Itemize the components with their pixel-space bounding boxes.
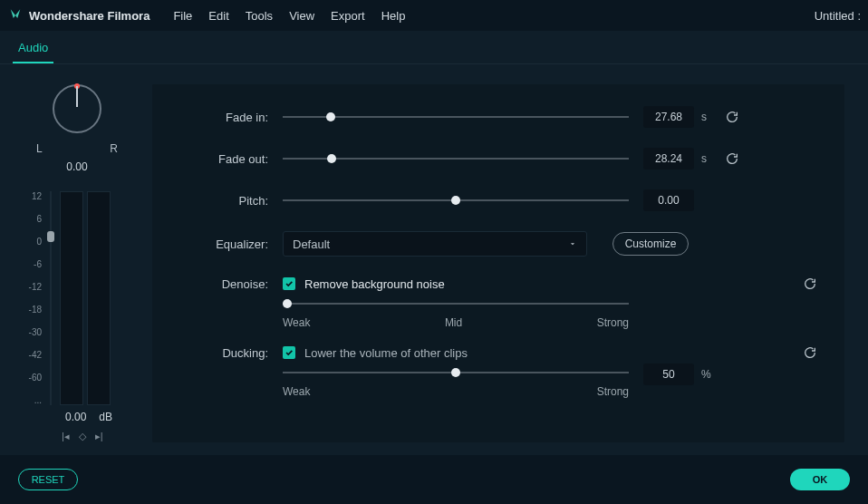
menu-tools[interactable]: Tools — [246, 9, 273, 23]
add-keyframe-icon[interactable]: ◇ — [79, 431, 86, 442]
title-bar: Wondershare Filmora File Edit Tools View… — [0, 0, 868, 31]
ducking-value[interactable] — [643, 363, 694, 385]
ducking-checkbox[interactable] — [283, 346, 295, 359]
menu-bar: File Edit Tools View Export Help — [173, 9, 405, 23]
prev-keyframe-icon[interactable]: |◂ — [62, 431, 70, 442]
volume-slider[interactable] — [45, 191, 56, 405]
pan-indicator-tick — [76, 86, 78, 107]
fadein-label: Fade in: — [179, 111, 283, 124]
reset-icon[interactable] — [803, 276, 817, 291]
next-keyframe-icon[interactable]: ▸| — [95, 431, 103, 442]
footer-bar: RESET OK — [0, 455, 868, 504]
pan-meter-panel: L R 0.00 12 6 0 -6 -12 -18 -30 -42 -60 .… — [24, 84, 130, 442]
ducking-strong-label: Strong — [597, 385, 629, 398]
denoise-checkbox[interactable] — [283, 277, 295, 290]
ok-button[interactable]: OK — [790, 469, 850, 490]
menu-file[interactable]: File — [173, 9, 192, 23]
tab-audio[interactable]: Audio — [13, 34, 53, 63]
db-unit: dB — [99, 411, 112, 423]
ducking-check-label: Lower the volume of other clips — [304, 346, 468, 360]
check-icon — [285, 279, 294, 288]
pan-right-label: R — [110, 142, 118, 155]
fadeout-label: Fade out: — [179, 152, 283, 166]
filmora-logo-icon — [7, 7, 24, 24]
fadein-unit: s — [701, 111, 707, 123]
ducking-label: Ducking: — [179, 346, 283, 360]
product-name: Wondershare Filmora — [29, 9, 149, 23]
meter-bar-left — [60, 191, 83, 405]
pitch-label: Pitch: — [179, 194, 283, 208]
eq-value: Default — [293, 237, 330, 251]
check-icon — [285, 348, 294, 357]
eq-dropdown[interactable]: Default — [283, 231, 587, 257]
fadeout-value[interactable] — [643, 148, 694, 170]
meter-bar-right — [87, 191, 111, 405]
fadein-value[interactable] — [643, 106, 694, 128]
reset-button[interactable]: RESET — [18, 469, 78, 490]
menu-export[interactable]: Export — [331, 9, 365, 23]
customize-button[interactable]: Customize — [612, 232, 689, 256]
document-title: Untitled : — [815, 9, 861, 23]
denoise-label: Denoise: — [179, 277, 283, 291]
pan-left-label: L — [36, 142, 43, 155]
denoise-check-label: Remove background noise — [304, 277, 445, 291]
menu-help[interactable]: Help — [381, 9, 406, 23]
ducking-unit: % — [701, 368, 711, 381]
reset-icon[interactable] — [725, 151, 739, 166]
fadein-slider[interactable] — [283, 111, 629, 122]
db-value: 0.00 — [65, 411, 86, 423]
denoise-slider[interactable] — [283, 298, 629, 309]
denoise-weak-label: Weak — [283, 316, 310, 329]
pitch-value[interactable] — [643, 189, 694, 211]
pan-value: 0.00 — [24, 160, 130, 173]
tab-bar: Audio — [0, 31, 868, 63]
pan-knob[interactable] — [53, 84, 101, 133]
fadeout-unit: s — [701, 152, 707, 165]
reset-icon[interactable] — [725, 110, 739, 124]
denoise-strong-label: Strong — [597, 316, 629, 329]
chevron-down-icon — [568, 239, 577, 248]
ducking-slider[interactable] — [283, 367, 629, 378]
denoise-mid-label: Mid — [445, 316, 462, 329]
pitch-slider[interactable] — [283, 195, 629, 206]
menu-edit[interactable]: Edit — [208, 9, 228, 23]
meter-scale: 12 6 0 -6 -12 -18 -30 -42 -60 ... — [24, 191, 45, 405]
ducking-weak-label: Weak — [283, 385, 310, 398]
fadeout-slider[interactable] — [283, 153, 629, 164]
eq-label: Equalizer: — [179, 237, 283, 251]
reset-icon[interactable] — [803, 345, 817, 360]
audio-controls-panel: Fade in: s Fade out: s Pitch: Equ — [152, 84, 844, 442]
menu-view[interactable]: View — [289, 9, 314, 23]
